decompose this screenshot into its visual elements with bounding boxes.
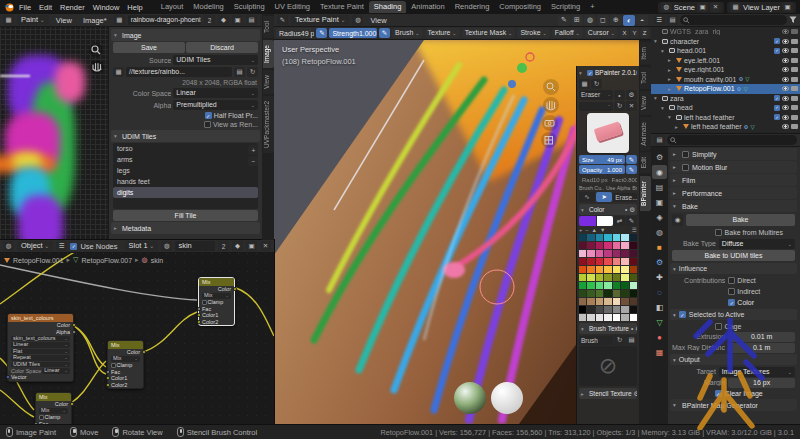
bake-panel-header[interactable]: ▾ Bake	[670, 200, 797, 212]
viewport-pan-hand-icon[interactable]	[543, 97, 559, 113]
metadata-panel-header[interactable]: ▸ Metadata	[111, 222, 260, 234]
disclosure-icon[interactable]: ▸	[668, 67, 674, 73]
collection-checkbox[interactable]: ✓	[774, 105, 780, 111]
image-path-field[interactable]: //textures/rainbo...	[126, 67, 232, 77]
workspace-tab-animation[interactable]: Animation	[406, 1, 449, 13]
sidebar-tab-tool[interactable]: Tool	[263, 16, 274, 38]
opacity-pressure-toggle[interactable]	[626, 165, 637, 174]
strength-slider[interactable]: Strength 1.000	[329, 28, 377, 38]
indirect-checkbox[interactable]	[728, 288, 735, 295]
palette-swatch[interactable]	[613, 290, 620, 297]
properties-tab-constraints[interactable]: ◧	[652, 300, 667, 314]
stencil-gear-icon[interactable]	[634, 390, 637, 398]
properties-tab-scene[interactable]: ◈	[652, 210, 667, 224]
radius-slider[interactable]: Radius 49 px	[276, 28, 314, 38]
viewport-canvas[interactable]: User Perspective (108) RetopoFlow.001 ▾ …	[274, 40, 651, 424]
panel-header-performance[interactable]: ▸Performance	[670, 187, 797, 199]
stencil-texture-panel-header[interactable]: ▸ Stencil Texture	[579, 388, 637, 399]
panel-header-film[interactable]: ▸Film	[670, 174, 797, 186]
extrusion-field[interactable]: 0.01 m	[728, 332, 795, 342]
selected-to-active-header[interactable]: ▾ ✓ Selected to Active	[670, 309, 797, 320]
source-dropdown[interactable]: UDIM Tiles	[173, 55, 258, 65]
palette-swatch[interactable]	[630, 298, 637, 305]
eye-icon[interactable]	[782, 105, 789, 110]
camera-icon[interactable]	[791, 58, 798, 63]
palette-swatch[interactable]	[587, 274, 594, 281]
clamp-checkbox[interactable]	[39, 415, 44, 420]
outliner-filter-collection-icon[interactable]	[667, 15, 678, 25]
brush-texture-gear-icon[interactable]	[635, 325, 637, 333]
udim-tile-list[interactable]: torsoarmslegshands feetdigits	[113, 143, 258, 209]
palette-swatch[interactable]	[630, 242, 637, 249]
palette-swatch[interactable]	[587, 250, 594, 257]
camera-icon[interactable]	[791, 124, 798, 129]
browse-path-button[interactable]	[234, 67, 245, 77]
breadcrumb-object[interactable]: RetopoFlow.001	[13, 257, 64, 264]
selected-to-active-checkbox[interactable]: ✓	[679, 311, 686, 318]
palette-swatch[interactable]	[613, 274, 620, 281]
palette-swatch[interactable]	[596, 266, 603, 273]
tool-dropdown-falloff[interactable]: Falloff	[552, 28, 583, 38]
palette-swatch[interactable]	[579, 258, 586, 265]
symmetry-x-toggle[interactable]: X	[620, 28, 629, 38]
material-name-field[interactable]: skin	[175, 241, 215, 251]
erase-mode-dropdown[interactable]: Erase...	[613, 193, 637, 202]
palette-swatch[interactable]	[604, 290, 611, 297]
panel-header-simplify[interactable]: ▸Simplify	[670, 148, 797, 160]
remove-tile-button[interactable]	[248, 156, 258, 166]
shading-material-icon[interactable]: ◐	[623, 15, 635, 26]
palette-swatch[interactable]	[587, 314, 594, 321]
strength-pressure-toggle[interactable]	[379, 28, 390, 38]
palette-swatch[interactable]	[604, 258, 611, 265]
tool-dropdown-texture[interactable]: Texture	[425, 28, 460, 38]
outliner-row-head-001[interactable]: ▾head.001✓	[651, 46, 800, 56]
palette-swatch[interactable]	[587, 290, 594, 297]
outliner-row-eye-left-001[interactable]: ▸eye.left.001	[651, 56, 800, 66]
target-dropdown[interactable]: Image Textures	[719, 367, 795, 377]
collection-checkbox[interactable]: ✓	[774, 48, 780, 54]
udim-tiles-panel-header[interactable]: ▾ UDIM Tiles	[111, 130, 260, 142]
brush-textures-dropdown[interactable]: Brush Textures	[579, 336, 613, 345]
gizmo-toggle-icon[interactable]: ⊞	[571, 15, 583, 26]
uv-paint-canvas[interactable]	[0, 27, 108, 240]
properties-tab-texture[interactable]: ▦	[652, 345, 667, 359]
color-gear-icon[interactable]	[629, 206, 635, 214]
udim-tile-torso[interactable]: torso	[113, 143, 258, 154]
bake-to-udim-button[interactable]: Bake to UDIM tiles	[672, 250, 795, 261]
shading-solid-icon[interactable]: ⊕	[610, 15, 622, 26]
editor-type-shader-icon[interactable]	[3, 241, 14, 251]
brush-clear-icon[interactable]	[626, 101, 637, 111]
properties-search-input[interactable]	[667, 135, 797, 145]
outliner-search-input[interactable]	[680, 15, 787, 25]
bpainter-enable-checkbox[interactable]: ✓	[587, 70, 593, 76]
size-slider[interactable]: Size49 px	[579, 155, 625, 164]
collection-checkbox[interactable]: ✓	[774, 95, 780, 101]
disclosure-icon[interactable]: ▾	[654, 38, 660, 44]
value-socket[interactable]	[197, 307, 201, 311]
alpha-dropdown[interactable]: Premultiplied	[173, 100, 258, 110]
panel-checkbox[interactable]	[682, 151, 689, 158]
workspace-tab-shading[interactable]: Shading	[369, 1, 407, 13]
disclosure-icon[interactable]: ▸	[668, 76, 674, 82]
color-socket[interactable]	[197, 320, 201, 324]
image-panel-header[interactable]: ▾ Image	[111, 29, 260, 41]
eye-icon[interactable]	[782, 29, 789, 34]
palette-swatch[interactable]	[604, 298, 611, 305]
max-ray-distance-field[interactable]: 0.1 m	[728, 343, 795, 353]
color-space-dropdown[interactable]: Linear	[173, 88, 258, 98]
properties-tab-tool[interactable]: ⚙	[652, 150, 667, 164]
eye-icon[interactable]	[782, 86, 789, 91]
eye-icon[interactable]	[782, 39, 789, 44]
palette-swatch[interactable]	[596, 274, 603, 281]
sidebar-tab-item[interactable]: Item	[640, 42, 651, 65]
viewport-view-menu[interactable]: View	[366, 16, 390, 25]
image-menu[interactable]: Image*	[79, 16, 111, 25]
panel-checkbox[interactable]	[682, 164, 689, 171]
discard-image-button[interactable]: Discard	[186, 42, 258, 53]
palette-swatch[interactable]	[630, 258, 637, 265]
palette-swatch[interactable]	[604, 250, 611, 257]
palette-swatch[interactable]	[587, 306, 594, 313]
add-tile-button[interactable]	[248, 145, 258, 155]
udim-tile-legs[interactable]: legs	[113, 165, 258, 176]
color-panel-header[interactable]: ▾ Color	[579, 204, 637, 215]
